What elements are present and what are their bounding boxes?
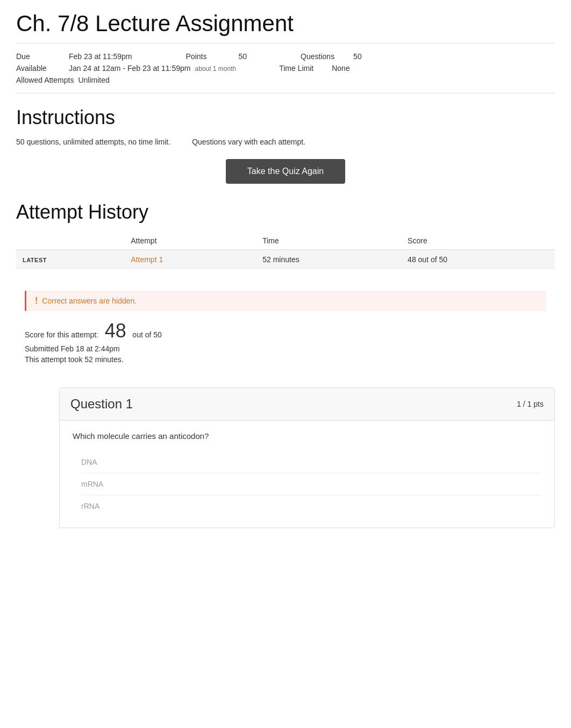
question-1-header: Question 1 1 / 1 pts <box>60 388 554 421</box>
attempt-history-title: Attempt History <box>16 201 555 224</box>
answer-options: DNA mRNA rRNA <box>73 451 541 517</box>
score-section: ! Correct answers are hidden. Score for … <box>16 282 555 374</box>
available-label: Available <box>16 64 65 73</box>
questions-label: Questions <box>301 52 349 61</box>
allowed-attempts-value: Unlimited <box>78 76 109 84</box>
score-submitted: Submitted Feb 18 at 2:44pm <box>25 344 546 353</box>
page-title: Ch. 7/8 Lecture Assignment <box>16 11 555 44</box>
question-1-body: Which molecule carries an anticodon? DNA… <box>60 421 554 528</box>
score-time: This attempt took 52 minutes. <box>25 355 546 364</box>
answer-option-dna: DNA <box>81 451 541 473</box>
col-attempt: Attempt <box>124 232 256 250</box>
col-time: Time <box>256 232 401 250</box>
latest-badge: LATEST <box>23 257 47 263</box>
row-badge: LATEST <box>16 250 124 270</box>
questions-value: 50 <box>353 52 362 61</box>
take-quiz-button[interactable]: Take the Quiz Again <box>226 159 345 184</box>
table-row: LATEST Attempt 1 52 minutes 48 out of 50 <box>16 250 555 270</box>
question-1-text: Which molecule carries an anticodon? <box>73 431 541 441</box>
attempt-history-section: Attempt History Attempt Time Score LATES… <box>16 201 555 269</box>
answer-option-rrna: rRNA <box>81 495 541 517</box>
answer-option-mrna: mRNA <box>81 473 541 495</box>
attempt-link[interactable]: Attempt 1 <box>131 255 163 264</box>
time-limit-value: None <box>332 64 349 73</box>
score-info: Score for this attempt: 48 out of 50 <box>25 320 546 342</box>
instructions-text1: 50 questions, unlimited attempts, no tim… <box>16 138 170 146</box>
row-time: 52 minutes <box>256 250 401 270</box>
question-1-title: Question 1 <box>70 397 133 412</box>
available-value: Jan 24 at 12am - Feb 23 at 11:59pm <box>69 64 190 73</box>
row-attempt[interactable]: Attempt 1 <box>124 250 256 270</box>
meta-section: Due Feb 23 at 11:59pm Points 50 Question… <box>16 52 555 93</box>
col-badge <box>16 232 124 250</box>
due-label: Due <box>16 52 65 61</box>
score-out-of: out of 50 <box>132 330 162 339</box>
instructions-text2: Questions vary with each attempt. <box>192 138 305 146</box>
points-label: Points <box>186 52 234 61</box>
instructions-text: 50 questions, unlimited attempts, no tim… <box>16 138 555 146</box>
notice-text: Correct answers are hidden. <box>42 297 137 305</box>
time-limit-label: Time Limit <box>279 64 327 73</box>
points-value: 50 <box>239 52 247 61</box>
question-1-pts: 1 / 1 pts <box>517 400 544 408</box>
allowed-attempts-label: Allowed Attempts <box>16 76 74 84</box>
score-value: 48 <box>105 320 126 342</box>
attempt-table: Attempt Time Score LATEST Attempt 1 52 m… <box>16 232 555 269</box>
take-quiz-container: Take the Quiz Again <box>16 159 555 184</box>
row-score: 48 out of 50 <box>401 250 555 270</box>
instructions-title: Instructions <box>16 106 555 129</box>
col-score: Score <box>401 232 555 250</box>
question-1-card: Question 1 1 / 1 pts Which molecule carr… <box>59 387 555 528</box>
score-label: Score for this attempt: <box>25 330 98 339</box>
table-header-row: Attempt Time Score <box>16 232 555 250</box>
available-sub: about 1 month <box>195 65 236 73</box>
notice-icon: ! <box>35 296 38 306</box>
hidden-notice: ! Correct answers are hidden. <box>25 291 546 311</box>
due-value: Feb 23 at 11:59pm <box>69 52 132 61</box>
